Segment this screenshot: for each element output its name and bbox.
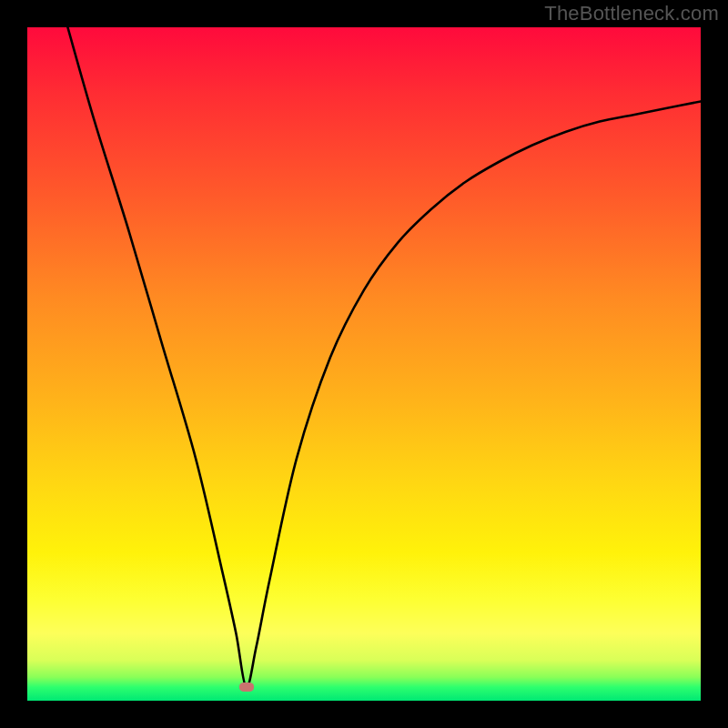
plot-area xyxy=(27,27,701,701)
watermark-text: TheBottleneck.com xyxy=(544,2,719,25)
curve-svg xyxy=(27,27,701,701)
bottleneck-curve xyxy=(67,27,701,687)
minimum-marker xyxy=(239,682,254,692)
chart-container: TheBottleneck.com xyxy=(0,0,728,728)
